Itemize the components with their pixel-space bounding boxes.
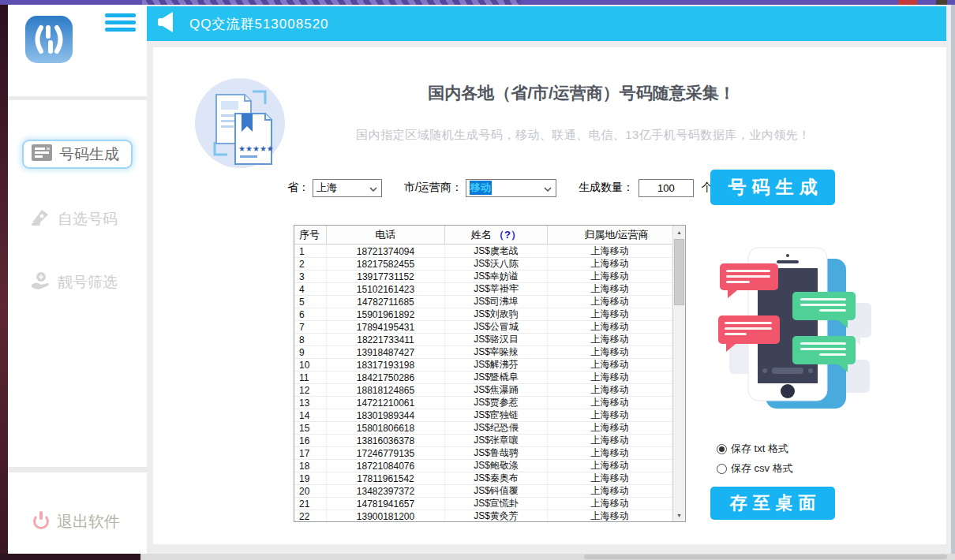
table-cell: 15102161423: [327, 283, 445, 295]
city-operator-value: 移动: [470, 181, 492, 195]
sidebar-item-premium-filter[interactable]: 靓号筛选: [22, 267, 133, 297]
table-cell: 15901961892: [327, 308, 445, 320]
table-row[interactable]: 1917811961542JS$秦奥布上海移动: [294, 472, 672, 485]
table-cell: 18301989344: [327, 409, 445, 421]
radio-selected-icon: [717, 444, 727, 454]
table-cell: 17: [294, 447, 327, 459]
table-cell: 19: [294, 472, 327, 484]
table-scrollbar[interactable]: ▲ ▼: [672, 226, 685, 521]
table-row[interactable]: 615901961892JS$刘敌驹上海移动: [294, 308, 672, 321]
table-cell: 18721084076: [327, 460, 445, 472]
table-cell: 18: [294, 460, 327, 472]
table-cell: 6: [294, 308, 327, 320]
table-cell: JS$暨橇阜: [445, 371, 548, 383]
desktop-background-left: [0, 5, 8, 554]
table-row[interactable]: 1818721084076JS$鲍敬涤上海移动: [294, 460, 672, 472]
table-cell: 13: [294, 397, 327, 409]
table-row[interactable]: 1118421750286JS$暨橇阜上海移动: [294, 371, 672, 384]
table-row[interactable]: 717894195431JS$公冒城上海移动: [294, 321, 672, 334]
table-cell: 8: [294, 334, 327, 345]
table-cell: 上海移动: [548, 321, 672, 333]
table-cell: JS$宦独链: [445, 409, 548, 421]
table-cell: 17811961542: [327, 472, 445, 484]
table-cell: 21: [294, 498, 327, 510]
table-row[interactable]: 2013482397372JS$钭值覆上海移动: [294, 485, 672, 498]
col-index: 序号: [294, 226, 327, 244]
table-row[interactable]: 1515801806618JS$纪恐偎上海移动: [294, 422, 672, 435]
table-row[interactable]: 118721374094JS$虞老战上海移动: [294, 245, 672, 258]
table-row[interactable]: 913918487427JS$宰哚辣上海移动: [294, 346, 672, 359]
generate-button[interactable]: 号码生成: [710, 170, 835, 205]
save-to-desktop-button[interactable]: 存至桌面: [710, 487, 835, 520]
table-cell: JS$司沸埠: [445, 296, 548, 308]
name-help-hint[interactable]: （?）: [494, 228, 521, 242]
province-select[interactable]: 上海: [313, 179, 382, 197]
table-header: 序号 电话 姓名 （?） 归属地/运营商: [294, 226, 685, 245]
table-cell: 上海移动: [548, 359, 672, 371]
table-cell: JS$黄灸芳: [445, 510, 548, 521]
table-cell: JS$宰哚辣: [445, 346, 548, 358]
table-cell: 3: [294, 271, 327, 282]
table-cell: JS$幸妨谥: [445, 271, 548, 282]
power-icon: [33, 513, 49, 529]
table-cell: JS$张章嚷: [445, 435, 548, 446]
table-cell: 10: [294, 359, 327, 371]
page-subtitle: 国内指定区域随机生成号码，移动、联通、电信、13亿手机号码数据库，业内领先！: [311, 128, 856, 143]
table-cell: 上海移动: [548, 409, 672, 421]
count-input[interactable]: [639, 179, 694, 197]
table-cell: 5: [294, 296, 327, 308]
svg-text:★★★★★: ★★★★★: [238, 144, 274, 153]
table-row[interactable]: 2114781941657JS$宣慌卦上海移动: [294, 498, 672, 510]
table-cell: 18818124865: [327, 384, 445, 396]
desktop-background-right: [951, 5, 955, 554]
radio-label: 保存 txt 格式: [731, 442, 788, 456]
table-cell: JS$公冒城: [445, 321, 548, 333]
scroll-up-arrow[interactable]: ▲: [673, 226, 685, 238]
exit-app-button[interactable]: 退出软件: [33, 508, 120, 535]
table-cell: 上海移动: [548, 422, 672, 434]
desktop-background-bottom: [0, 554, 955, 560]
sidebar-item-number-generate[interactable]: 号码生成: [22, 140, 133, 169]
table-cell: 上海移动: [548, 485, 672, 497]
table-cell: 16: [294, 435, 327, 446]
hand-contact-icon: [30, 271, 51, 293]
menu-icon[interactable]: [105, 13, 137, 35]
table-row[interactable]: 1218818124865JS$焦瀑踊上海移动: [294, 384, 672, 397]
table-cell: 上海移动: [548, 334, 672, 345]
table-cell: 4: [294, 283, 327, 295]
table-row[interactable]: 1418301989344JS$宦独链上海移动: [294, 409, 672, 422]
table-cell: 13900181200: [327, 510, 445, 521]
scroll-thumb[interactable]: [674, 239, 684, 305]
table-row[interactable]: 1314721210061JS$贾参惹上海移动: [294, 397, 672, 409]
table-cell: 上海移动: [548, 435, 672, 446]
table-row[interactable]: 218217582455JS$沃八陈上海移动: [294, 258, 672, 271]
table-cell: JS$钭值覆: [445, 485, 548, 497]
phone-illustration: [706, 235, 875, 416]
speaker-icon: [155, 9, 180, 38]
table-cell: 上海移动: [548, 472, 672, 484]
table-row[interactable]: 415102161423JS$莘褂牢上海移动: [294, 283, 672, 296]
table-row[interactable]: 1018317193198JS$解沸芬上海移动: [294, 359, 672, 371]
table-row[interactable]: 1717246779135JS$鲁哉骋上海移动: [294, 447, 672, 460]
sidebar-item-label: 号码生成: [59, 144, 119, 165]
scroll-down-arrow[interactable]: ▼: [673, 509, 685, 521]
table-cell: JS$宣慌卦: [445, 498, 548, 510]
save-csv-radio[interactable]: 保存 csv 格式: [717, 461, 793, 476]
table-row[interactable]: 818221733411JS$骆汉目上海移动: [294, 334, 672, 346]
table-cell: 2: [294, 258, 327, 270]
count-label: 生成数量：: [579, 181, 634, 195]
city-operator-select[interactable]: 移动: [466, 179, 556, 197]
save-txt-radio[interactable]: 保存 txt 格式: [717, 442, 788, 456]
table-cell: 上海移动: [548, 296, 672, 308]
table-row[interactable]: 2213900181200JS$黄灸芳上海移动: [294, 510, 672, 521]
table-cell: 20: [294, 485, 327, 497]
table-cell: 14: [294, 409, 327, 421]
table-row[interactable]: 313917731152JS$幸妨谥上海移动: [294, 271, 672, 283]
col-name: 姓名 （?）: [445, 226, 548, 244]
sidebar-item-custom-number[interactable]: 自选号码: [22, 204, 133, 233]
table-cell: JS$莘褂牢: [445, 283, 548, 295]
table-row[interactable]: 514782711685JS$司沸埠上海移动: [294, 296, 672, 308]
announcement-text: QQ交流群513008520: [189, 15, 329, 33]
table-row[interactable]: 1613816036378JS$张章嚷上海移动: [294, 435, 672, 447]
horizontal-scrollbar-thumb[interactable]: [584, 554, 947, 559]
